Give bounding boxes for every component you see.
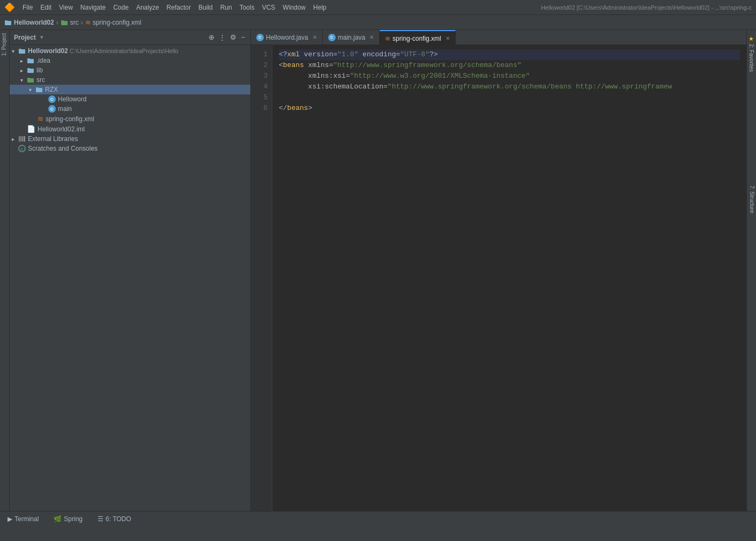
- tab-close-helloword[interactable]: ✕: [313, 34, 317, 40]
- svg-rect-1: [5, 20, 8, 22]
- settings-icon[interactable]: ⚙: [229, 32, 238, 42]
- svg-rect-7: [27, 58, 30, 60]
- code-line-4: xsi:schemaLocation="http://www.springfra…: [279, 81, 740, 92]
- tree-item-lib[interactable]: ▸ lib: [10, 65, 250, 75]
- tab-bar: C Helloword.java ✕ C main.java ✕ ≋ sprin…: [251, 30, 746, 45]
- project-panel-title: Project: [14, 34, 36, 41]
- tree-label-helloword: Helloword: [58, 95, 86, 103]
- spring-icon: 🌿: [54, 515, 62, 523]
- sidebar-item-structure[interactable]: 7: Structure: [747, 182, 756, 217]
- line-num-3: 3: [251, 71, 268, 81]
- svg-rect-3: [61, 20, 64, 22]
- sidebar-item-project[interactable]: 1: Project: [0, 30, 9, 59]
- menu-window[interactable]: Window: [279, 3, 309, 12]
- java-icon-helloword: C: [48, 95, 56, 103]
- tree-item-idea[interactable]: ▸ .idea: [10, 56, 250, 65]
- svg-rect-15: [20, 136, 21, 142]
- tree-item-external-libs[interactable]: ▸ External Libraries: [10, 134, 250, 144]
- folder-icon-lib: [27, 66, 34, 74]
- tree-item-scratches[interactable]: S Scratches and Consoles: [10, 144, 250, 153]
- project-folder-icon: [4, 19, 12, 26]
- svg-rect-5: [19, 49, 21, 50]
- code-line-1: <?xml version="1.0" encoding="UTF-8"?>: [279, 49, 740, 60]
- tab-icon-helloword: C: [256, 34, 264, 41]
- code-content[interactable]: <?xml version="1.0" encoding="UTF-8"?> <…: [272, 45, 746, 511]
- tree-item-helloworld02[interactable]: ▾ Helloworld02 C:\Users\Administrator\Id…: [10, 46, 250, 56]
- folder-icon-idea: [27, 57, 34, 64]
- tree-item-helloworld02iml[interactable]: 📄 Helloworld02.iml: [10, 124, 250, 134]
- menu-vcs[interactable]: VCS: [259, 3, 279, 12]
- tree-label-external-libs: External Libraries: [28, 135, 78, 143]
- locate-icon[interactable]: ⊕: [207, 32, 216, 42]
- menu-edit[interactable]: Edit: [37, 3, 55, 12]
- iml-icon-tree: 📄: [27, 125, 35, 133]
- menu-file[interactable]: File: [19, 3, 36, 12]
- left-tabs: 1: Project: [0, 30, 10, 511]
- menu-build[interactable]: Build: [195, 3, 216, 12]
- tree-item-rzx[interactable]: ▾ RZX: [10, 85, 250, 94]
- folder-icon-rzx: [35, 86, 43, 93]
- project-tree: ▾ Helloworld02 C:\Users\Administrator\Id…: [10, 45, 250, 511]
- menu-run[interactable]: Run: [217, 3, 235, 12]
- xml-file-icon: ≋: [85, 19, 91, 26]
- svg-rect-16: [22, 136, 23, 142]
- menu-analyze[interactable]: Analyze: [133, 3, 162, 12]
- menu-help[interactable]: Help: [310, 3, 330, 12]
- terminal-label: Terminal: [14, 515, 39, 523]
- tab-close-main[interactable]: ✕: [369, 34, 374, 40]
- favorites-label: 2: Favorites: [748, 44, 754, 72]
- java-icon-main: C: [48, 105, 56, 113]
- expand-icon[interactable]: ⋮: [218, 32, 227, 42]
- tree-item-helloword[interactable]: C Helloword: [10, 94, 250, 104]
- bottom-tab-terminal[interactable]: ▶ Terminal: [4, 514, 42, 524]
- bottom-tab-todo[interactable]: ☰ 6: TODO: [94, 514, 135, 524]
- favorites-icon: ★: [748, 35, 754, 42]
- tab-close-spring-config[interactable]: ✕: [446, 35, 450, 41]
- breadcrumb-sep-2: ›: [81, 19, 83, 26]
- menu-code[interactable]: Code: [110, 3, 132, 12]
- code-line-3: xmlns:xsi="http://www.w3.org/2001/XMLSch…: [279, 71, 740, 81]
- svg-rect-13: [36, 87, 39, 89]
- project-dropdown-icon[interactable]: ▾: [40, 34, 43, 41]
- arrow-external-libs: ▸: [12, 136, 18, 142]
- tab-main-java[interactable]: C main.java ✕: [323, 30, 380, 45]
- breadcrumb-file[interactable]: spring-config.xml: [93, 19, 142, 26]
- menu-refactor[interactable]: Refactor: [164, 3, 194, 12]
- terminal-icon: ▶: [8, 515, 12, 523]
- tree-item-spring-config[interactable]: ≋ spring-config.xml: [10, 114, 250, 124]
- structure-label: 7: Structure: [749, 186, 755, 213]
- svg-rect-11: [27, 78, 30, 79]
- menu-tools[interactable]: Tools: [236, 3, 258, 12]
- menu-view[interactable]: View: [56, 3, 76, 12]
- line-num-1: 1: [251, 49, 268, 60]
- tree-label-lib: lib: [36, 66, 43, 74]
- sidebar-item-favorites[interactable]: ★ 2: Favorites: [747, 32, 756, 75]
- tree-item-src[interactable]: ▾ src: [10, 75, 250, 85]
- breadcrumb-src[interactable]: src: [70, 19, 79, 26]
- todo-icon: ☰: [98, 515, 103, 523]
- tree-item-main[interactable]: C main: [10, 104, 250, 114]
- spring-label: Spring: [64, 515, 83, 523]
- breadcrumb: Helloworld02 › src › ≋ spring-config.xml: [0, 15, 756, 30]
- title-path: Helloworld02 [C:\Users\Administrator\Ide…: [541, 4, 752, 11]
- bottom-tab-spring[interactable]: 🌿 Spring: [50, 514, 86, 524]
- menu-navigate[interactable]: Navigate: [77, 3, 109, 12]
- code-editor[interactable]: 1 2 3 4 5 6 <?xml version="1.0" encoding…: [251, 45, 746, 511]
- bottom-bar: ▶ Terminal 🌿 Spring ☰ 6: TODO: [0, 511, 756, 526]
- tab-helloword-java[interactable]: C Helloword.java ✕: [251, 30, 323, 45]
- close-panel-icon[interactable]: −: [240, 32, 246, 42]
- src-folder-icon: [61, 19, 68, 26]
- arrow-rzx: ▾: [29, 87, 35, 93]
- scratches-icon: S: [18, 145, 26, 152]
- line-numbers: 1 2 3 4 5 6: [251, 45, 272, 511]
- tree-label-idea: .idea: [36, 57, 50, 64]
- tree-path-helloworld02: C:\Users\Administrator\IdeaProjects\Hell…: [68, 48, 179, 54]
- svg-rect-17: [24, 136, 25, 142]
- line-num-5: 5: [251, 92, 268, 103]
- svg-rect-9: [27, 68, 30, 70]
- code-line-2: <beans xmlns="http://www.springframework…: [279, 60, 740, 71]
- project-panel-header: Project ▾ ⊕ ⋮ ⚙ −: [10, 30, 250, 45]
- tab-spring-config[interactable]: ≋ spring-config.xml ✕: [380, 30, 456, 45]
- line-num-2: 2: [251, 60, 268, 71]
- breadcrumb-project[interactable]: Helloworld02: [14, 19, 54, 26]
